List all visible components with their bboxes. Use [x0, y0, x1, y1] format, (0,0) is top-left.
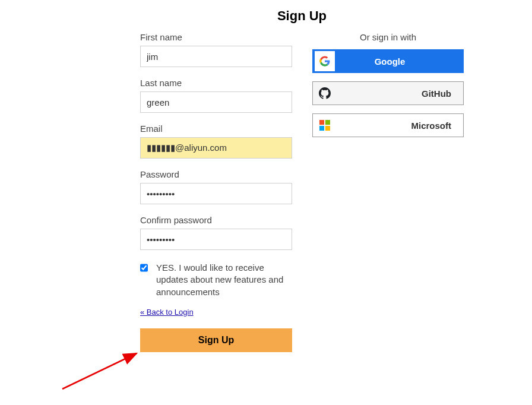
newsletter-text: YES. I would like to receive updates abo…	[156, 262, 292, 298]
microsoft-label: Microsoft	[337, 121, 463, 131]
google-signin-button[interactable]: Google	[312, 49, 464, 73]
microsoft-icon	[315, 115, 335, 135]
page-title: Sign Up	[140, 8, 464, 24]
github-signin-button[interactable]: GitHub	[312, 81, 464, 105]
svg-rect-0	[319, 120, 324, 125]
signup-form: First name Last name Email Password Conf…	[140, 32, 292, 352]
google-icon	[315, 51, 335, 71]
annotation-arrow-icon	[59, 347, 148, 392]
svg-rect-3	[325, 126, 330, 131]
last-name-label: Last name	[140, 78, 292, 88]
email-input[interactable]	[140, 137, 292, 159]
signup-button[interactable]: Sign Up	[140, 328, 292, 352]
back-to-login-link[interactable]: « Back to Login	[140, 308, 194, 317]
first-name-input[interactable]	[140, 46, 292, 67]
confirm-password-label: Confirm password	[140, 215, 292, 225]
svg-line-5	[62, 353, 137, 389]
github-icon	[315, 83, 335, 103]
svg-rect-1	[325, 120, 330, 125]
last-name-input[interactable]	[140, 91, 292, 113]
github-label: GitHub	[337, 88, 463, 99]
password-label: Password	[140, 169, 292, 179]
newsletter-checkbox[interactable]	[140, 264, 148, 272]
sso-panel: Or sign in with Google	[312, 32, 464, 145]
first-name-label: First name	[140, 32, 292, 42]
confirm-password-input[interactable]	[140, 229, 292, 250]
sso-title: Or sign in with	[312, 32, 464, 42]
microsoft-signin-button[interactable]: Microsoft	[312, 113, 464, 137]
google-label: Google	[337, 56, 463, 67]
svg-rect-2	[319, 126, 324, 131]
email-label: Email	[140, 124, 292, 134]
password-input[interactable]	[140, 183, 292, 204]
